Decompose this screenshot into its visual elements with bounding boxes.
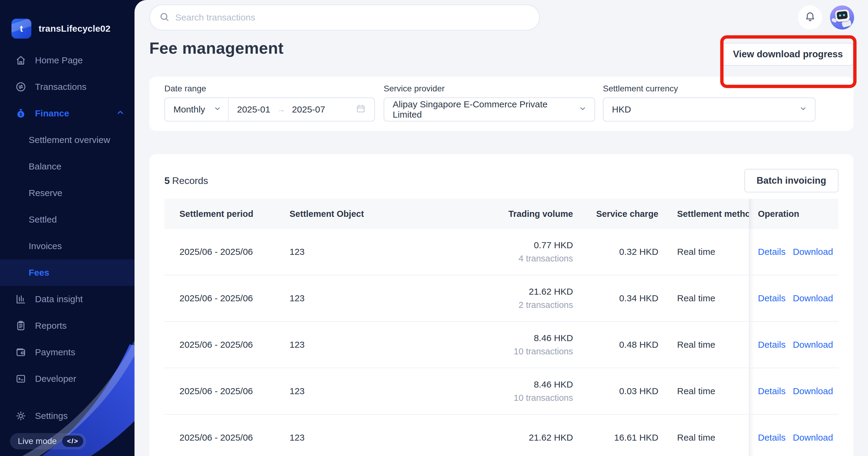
sidebar-item-label: Settings <box>35 411 67 421</box>
sidebar-item-reserve[interactable]: Reserve <box>0 180 134 206</box>
download-link[interactable]: Download <box>793 432 833 443</box>
sidebar-item-transactions[interactable]: Transactions <box>0 73 134 100</box>
table-row: 2025/06 - 2025/06 123 0.77 HKD 4 transac… <box>164 229 838 275</box>
live-mode-badge[interactable]: Live mode </> <box>10 433 86 449</box>
download-link[interactable]: Download <box>793 247 833 257</box>
batch-invoicing-button[interactable]: Batch invoicing <box>744 169 838 192</box>
sidebar-item-finance[interactable]: $ Finance <box>0 100 134 127</box>
table-body: 2025/06 - 2025/06 123 0.77 HKD 4 transac… <box>164 229 838 456</box>
sidebar-item-label: Home Page <box>35 55 83 65</box>
cell-settlement-period: 2025/06 - 2025/06 <box>164 293 289 303</box>
reports-icon <box>14 320 27 332</box>
table-row: 2025/06 - 2025/06 123 8.46 HKD 10 transa… <box>164 322 838 368</box>
sidebar-subitem-label: Settlement overview <box>29 135 110 145</box>
trading-volume-amount: 21.62 HKD <box>410 431 573 444</box>
cell-operation: Details Download <box>749 322 838 368</box>
records-row: 5Records Batch invoicing <box>164 154 838 193</box>
notifications-button[interactable] <box>798 5 822 30</box>
cell-settlement-object: 123 <box>289 247 410 257</box>
download-link[interactable]: Download <box>793 293 833 303</box>
cell-settlement-method: Real time <box>660 247 749 257</box>
sidebar-item-developer[interactable]: Developer <box>0 366 134 392</box>
service-provider-value: Alipay Singapore E-Commerce Private Limi… <box>393 99 579 120</box>
date-range-label: Date range <box>164 84 375 93</box>
sidebar-item-label: Data insight <box>35 294 83 304</box>
cell-operation: Details Download <box>749 229 838 275</box>
details-link[interactable]: Details <box>758 340 786 350</box>
view-download-progress-button[interactable]: View download progress <box>722 43 854 66</box>
calendar-icon <box>355 103 366 116</box>
cell-operation: Details Download <box>749 275 838 321</box>
cell-settlement-period: 2025/06 - 2025/06 <box>164 247 289 257</box>
details-link[interactable]: Details <box>758 386 786 396</box>
granularity-select[interactable]: Monthly <box>165 98 228 121</box>
date-start-value[interactable]: 2025-01 <box>237 104 270 115</box>
workspace-logo: t <box>11 19 31 39</box>
cell-settlement-object: 123 <box>289 293 410 303</box>
sidebar-item-settled[interactable]: Settled <box>0 206 134 233</box>
column-header-service-charge: Service charge <box>575 209 660 219</box>
home-icon <box>14 54 27 67</box>
sidebar-subitem-label: Fees <box>29 268 49 278</box>
sidebar-item-settlement-overview[interactable]: Settlement overview <box>0 127 134 153</box>
sidebar-subitem-label: Balance <box>29 161 61 172</box>
column-header-trading-volume: Trading volume <box>410 209 575 219</box>
data-insight-icon <box>14 293 27 305</box>
sidebar-item-invoices[interactable]: Invoices <box>0 233 134 260</box>
sidebar-item-data-insight[interactable]: Data insight <box>0 286 134 312</box>
sidebar-subitem-label: Invoices <box>29 241 62 251</box>
granularity-value: Monthly <box>174 104 205 115</box>
records-count: 5Records <box>164 175 208 186</box>
cell-settlement-method: Real time <box>660 340 749 350</box>
operation-header-label: Operation <box>758 209 799 219</box>
table-row: 2025/06 - 2025/06 123 8.46 HKD 10 transa… <box>164 368 838 415</box>
cell-settlement-period: 2025/06 - 2025/06 <box>164 340 289 350</box>
date-range-group: Date range Monthly 2025-01 → 2025-07 <box>164 84 375 131</box>
search-input[interactable] <box>175 12 530 23</box>
code-icon[interactable]: </> <box>62 435 83 447</box>
chevron-down-icon <box>214 104 221 115</box>
search-icon <box>159 11 170 24</box>
workspace-header[interactable]: t transLifecycle02 <box>11 19 134 39</box>
trading-volume-transactions: 10 transactions <box>410 391 573 404</box>
sidebar-item-label: Finance <box>35 108 69 119</box>
sidebar-item-fees[interactable]: Fees <box>0 260 134 286</box>
live-mode-label: Live mode <box>18 436 57 446</box>
date-range-inputs[interactable]: 2025-01 → 2025-07 <box>228 103 374 116</box>
service-provider-group: Service provider Alipay Singapore E-Comm… <box>384 84 595 131</box>
download-link[interactable]: Download <box>793 340 833 350</box>
sidebar-item-home[interactable]: Home Page <box>0 47 134 73</box>
sidebar: t transLifecycle02 Home Page Transaction… <box>0 0 134 456</box>
download-link[interactable]: Download <box>793 386 833 396</box>
cell-service-charge: 16.61 HKD <box>575 432 660 443</box>
table-row: 2025/06 - 2025/06 123 21.62 HKD 2 transa… <box>164 275 838 322</box>
topbar <box>134 0 868 31</box>
service-provider-label: Service provider <box>384 84 595 93</box>
sidebar-item-settings[interactable]: Settings <box>0 403 134 429</box>
sidebar-subitem-label: Settled <box>29 214 57 225</box>
details-link[interactable]: Details <box>758 432 786 443</box>
settlement-currency-select[interactable]: HKD <box>603 97 815 122</box>
settlement-currency-value: HKD <box>612 104 631 115</box>
transactions-icon <box>14 81 27 93</box>
cell-settlement-method: Real time <box>660 386 749 396</box>
search-box[interactable] <box>149 4 540 30</box>
trading-volume-amount: 8.46 HKD <box>410 378 573 391</box>
column-header-settlement-object: Settlement Object <box>289 209 410 219</box>
user-avatar[interactable] <box>830 5 854 30</box>
sidebar-item-reports[interactable]: Reports <box>0 312 134 339</box>
sidebar-item-balance[interactable]: Balance <box>0 153 134 180</box>
cell-trading-volume: 8.46 HKD 10 transactions <box>410 331 575 358</box>
sidebar-item-payments[interactable]: Payments <box>0 339 134 366</box>
details-link[interactable]: Details <box>758 293 786 303</box>
service-provider-select[interactable]: Alipay Singapore E-Commerce Private Limi… <box>384 97 595 122</box>
cell-service-charge: 0.32 HKD <box>575 247 660 257</box>
details-link[interactable]: Details <box>758 247 786 257</box>
cell-service-charge: 0.34 HKD <box>575 293 660 303</box>
filters-panel: Date range Monthly 2025-01 → 2025-07 <box>149 77 854 131</box>
column-header-settlement-method: Settlement method <box>660 209 749 219</box>
developer-icon <box>14 372 27 385</box>
column-header-operation: Operation <box>749 199 838 229</box>
date-end-value[interactable]: 2025-07 <box>292 104 325 115</box>
table-header: Settlement period Settlement Object Trad… <box>164 199 838 229</box>
